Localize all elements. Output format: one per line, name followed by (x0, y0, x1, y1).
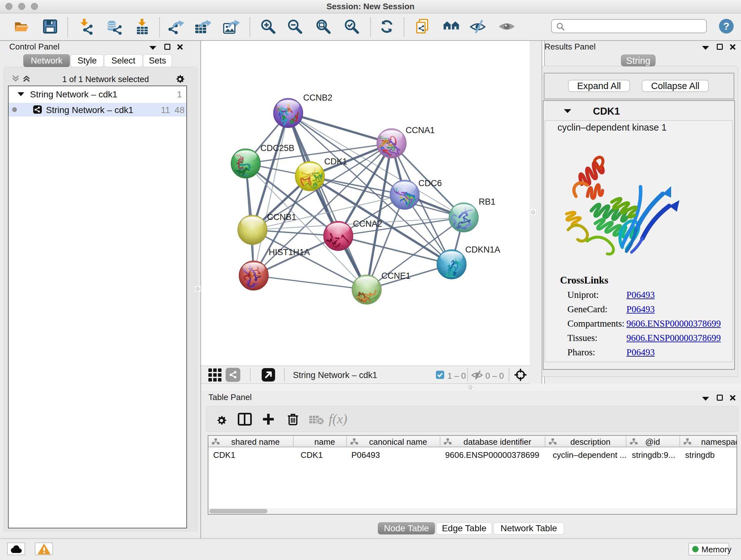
svg-text:CDC6: CDC6 (418, 179, 442, 188)
svg-text:CDC25B: CDC25B (260, 143, 294, 153)
svg-text:CCNB1: CCNB1 (267, 212, 296, 222)
svg-text:CCNA2: CCNA2 (353, 219, 382, 229)
svg-text:?: ? (723, 20, 730, 32)
svg-text:CCNE1: CCNE1 (381, 271, 411, 281)
svg-text:CDKN1A: CDKN1A (465, 245, 500, 254)
svg-text:HIST1H1A: HIST1H1A (269, 247, 310, 257)
svg-text:CCNB2: CCNB2 (303, 93, 333, 103)
svg-text:RB1: RB1 (479, 197, 495, 206)
svg-text:CDK1: CDK1 (324, 157, 347, 166)
svg-text:CCNA1: CCNA1 (406, 125, 435, 135)
